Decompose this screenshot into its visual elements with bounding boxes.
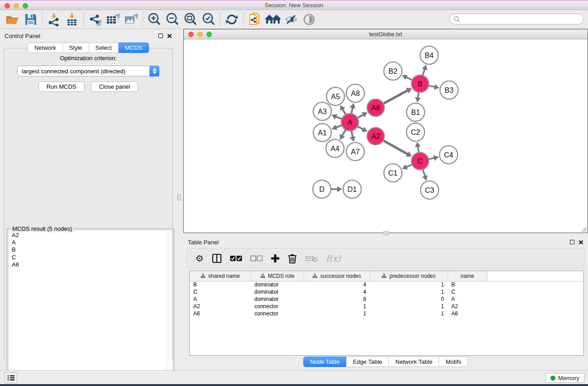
table-cell[interactable]: B xyxy=(190,281,251,288)
table-cell[interactable]: connector xyxy=(251,303,304,310)
mcds-list-scrollbar[interactable] xyxy=(166,231,172,379)
float-table-panel-icon[interactable] xyxy=(570,240,574,244)
node-A8[interactable]: A8 xyxy=(346,84,364,102)
edge-B-B2[interactable] xyxy=(406,77,412,80)
run-mcds-button[interactable]: Run MCDS xyxy=(38,81,85,92)
node-A2[interactable]: A2 xyxy=(367,128,384,145)
table-cell[interactable]: 1 xyxy=(370,303,448,310)
node-A7[interactable]: A7 xyxy=(346,143,364,161)
select-all-icon[interactable] xyxy=(230,255,242,262)
close-panel-button[interactable]: Close panel xyxy=(91,81,139,92)
column-header-MCDS-role[interactable]: MCDS role xyxy=(251,271,304,281)
table-row[interactable]: Bdominator41B xyxy=(190,281,583,288)
edge-A-A5[interactable] xyxy=(342,109,345,114)
node-C1[interactable]: C1 xyxy=(384,164,402,182)
unselect-all-icon[interactable] xyxy=(250,255,263,262)
table-cell[interactable]: dominator xyxy=(251,288,304,295)
zoom-selected-button[interactable] xyxy=(200,11,218,28)
table-cell[interactable]: 1 xyxy=(304,310,370,317)
mcds-result-item[interactable]: B xyxy=(12,246,166,253)
network-minimize-button[interactable] xyxy=(197,32,203,37)
close-panel-icon[interactable] xyxy=(167,33,172,38)
table-cell[interactable]: 4 xyxy=(304,281,370,288)
task-history-button[interactable] xyxy=(5,372,17,383)
memory-button[interactable]: Memory xyxy=(545,373,584,383)
table-row[interactable]: A6connector11A6 xyxy=(190,310,583,317)
table-cell[interactable]: A2 xyxy=(448,303,487,310)
tab-network-table[interactable]: Network Table xyxy=(389,357,439,367)
node-D[interactable]: D xyxy=(313,180,331,198)
node-D1[interactable]: D1 xyxy=(343,180,361,198)
table-cell[interactable]: 1 xyxy=(370,281,448,288)
clone-network-button[interactable] xyxy=(246,11,264,28)
search-input[interactable] xyxy=(449,14,583,24)
node-A3[interactable]: A3 xyxy=(313,102,331,120)
table-settings-icon[interactable]: ⚙ xyxy=(196,254,204,263)
edge-A-A3[interactable] xyxy=(335,116,342,119)
edge-A-A2[interactable] xyxy=(358,127,364,130)
node-C4[interactable]: C4 xyxy=(440,146,458,164)
refresh-layout-button[interactable] xyxy=(223,11,241,28)
node-A[interactable]: A xyxy=(341,114,359,131)
add-column-icon[interactable] xyxy=(271,254,280,263)
node-C[interactable]: C xyxy=(411,152,429,170)
tab-style[interactable]: Style xyxy=(63,43,89,53)
table-row[interactable]: Cdominator41C xyxy=(190,288,583,295)
table-cell[interactable]: A xyxy=(448,295,487,303)
tab-motifs[interactable]: Motifs xyxy=(439,357,468,367)
zoom-in-button[interactable] xyxy=(145,11,163,28)
table-cell[interactable]: 1 xyxy=(370,288,448,295)
node-B4[interactable]: B4 xyxy=(420,46,438,64)
horizontal-split-grip[interactable] xyxy=(383,231,389,235)
open-session-button[interactable] xyxy=(4,11,22,28)
node-C3[interactable]: C3 xyxy=(421,181,439,199)
edge-A-A8[interactable] xyxy=(352,107,353,113)
first-neighbors-button[interactable] xyxy=(264,11,282,28)
edge-A-A1[interactable] xyxy=(335,125,341,128)
close-table-panel-icon[interactable] xyxy=(578,240,583,245)
save-session-button[interactable] xyxy=(22,11,40,28)
network-zoom-button[interactable] xyxy=(206,32,212,37)
edge-C-C2[interactable] xyxy=(418,146,419,152)
table-cell[interactable]: dominator xyxy=(251,281,304,288)
column-header-predecessor-nodes[interactable]: predecessor nodes xyxy=(370,271,448,281)
node-A1[interactable]: A1 xyxy=(313,124,331,142)
zoom-window-button[interactable] xyxy=(23,3,28,9)
edge-A-A4[interactable] xyxy=(342,130,345,136)
table-cell[interactable]: A6 xyxy=(190,310,251,317)
mcds-result-item[interactable]: A xyxy=(12,239,166,246)
edge-A6-B[interactable] xyxy=(384,90,408,103)
tab-edge-table[interactable]: Edge Table xyxy=(346,357,389,367)
table-cell[interactable]: 4 xyxy=(304,288,370,295)
table-cell[interactable]: C xyxy=(448,288,487,295)
network-window-titlebar[interactable]: testGlobe.txt xyxy=(184,29,588,39)
edge-C-C3[interactable] xyxy=(423,170,425,177)
table-cell[interactable]: A xyxy=(190,295,251,303)
criterion-select[interactable]: largest connected component (directed) xyxy=(17,66,159,76)
hide-graphics-details-button[interactable] xyxy=(282,11,300,28)
export-image-button[interactable] xyxy=(122,11,140,28)
minimize-window-button[interactable] xyxy=(14,3,19,9)
node-B[interactable]: B xyxy=(411,75,429,92)
node-B3[interactable]: B3 xyxy=(440,81,458,99)
edge-A-A7[interactable] xyxy=(352,131,353,138)
zoom-fit-button[interactable] xyxy=(182,11,200,28)
node-C2[interactable]: C2 xyxy=(406,123,425,141)
column-header-shared-name[interactable]: shared name xyxy=(190,271,251,281)
table-cell[interactable]: 8 xyxy=(304,295,370,303)
edge-A2-C[interactable] xyxy=(383,141,408,155)
export-network-button[interactable] xyxy=(86,11,104,28)
edge-C-C4[interactable] xyxy=(429,158,435,159)
node-B2[interactable]: B2 xyxy=(384,62,402,80)
table-row[interactable]: A2connector11A2 xyxy=(190,303,583,310)
tab-network[interactable]: Network xyxy=(28,43,63,53)
import-network-button[interactable] xyxy=(45,11,63,28)
node-A5[interactable]: A5 xyxy=(326,87,344,105)
table-row[interactable]: Adominator80A xyxy=(190,295,583,303)
mcds-result-item[interactable]: C xyxy=(12,254,166,261)
edge-B-B4[interactable] xyxy=(423,69,425,75)
tab-mcds[interactable]: MCDS xyxy=(119,43,149,53)
zoom-out-button[interactable] xyxy=(163,11,182,28)
table-cell[interactable]: connector xyxy=(251,310,304,317)
table-cell[interactable]: C xyxy=(190,288,251,295)
